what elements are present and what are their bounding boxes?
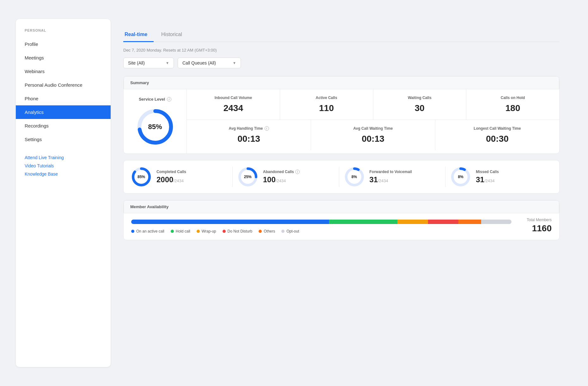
stat-value-waiting-calls: 30 (415, 103, 425, 113)
availability-segment-on-active-call (131, 220, 329, 224)
site-filter[interactable]: Site (All) ▼ (123, 58, 174, 68)
sidebar-item-personal-audio-conference[interactable]: Personal Audio Conference (16, 78, 111, 92)
stats-grid: Inbound Call Volume 2434 Active Calls 11… (187, 89, 559, 153)
sidebar-item-meetings[interactable]: Meetings (16, 51, 111, 65)
legend-dot-opt-out (281, 230, 285, 233)
tab-realtime[interactable]: Real-time (123, 28, 154, 42)
sidebar-link-attend-live-training[interactable]: Attend Live Training (25, 155, 102, 160)
stat-cell-longest-call-waiting-time: Longest Call Waiting Time 00:30 (435, 120, 559, 150)
call-stat-total-forwarded-to-voicemail: /2434 (378, 178, 388, 183)
service-level-card: Service Level i 85% (124, 89, 187, 153)
summary-section: Summary Service Level i 85% (123, 76, 560, 154)
stat-label-longest-call-waiting-time: Longest Call Waiting Time (474, 126, 521, 131)
call-stat-info-icon: i (295, 170, 300, 174)
stat-cell-avg-handling-time: Avg Handling Timei 00:13 (187, 120, 311, 150)
summary-inner: Service Level i 85% Inbound Call Volume … (124, 89, 559, 153)
tabs-bar: Real-timeHistorical (123, 28, 560, 42)
call-queues-filter[interactable]: Call Queues (All) ▼ (178, 58, 241, 68)
availability-section: Member Availability On an active call Ho… (123, 200, 560, 240)
call-stat-info-completed-calls: Completed Calls 2000/2434 (156, 170, 186, 184)
sidebar-item-phone[interactable]: Phone (16, 92, 111, 105)
call-stat-name-missed-calls: Missed Calls (476, 170, 499, 174)
stat-value-avg-handling-time: 00:13 (237, 134, 260, 144)
legend-item-hold-call: Hold call (171, 229, 190, 233)
call-stat-value-forwarded-to-voicemail: 31/2434 (370, 175, 412, 184)
sidebar-item-webinars[interactable]: Webinars (16, 65, 111, 78)
site-filter-label: Site (All) (128, 60, 145, 65)
small-donut-abandoned-calls: 25% (238, 167, 258, 187)
legend-item-opt-out: Opt-out (281, 229, 299, 233)
call-stat-total-missed-calls: /2434 (484, 178, 495, 183)
legend-label-on-active-call: On an active call (136, 229, 164, 233)
stat-label-active-calls: Active Calls (316, 96, 337, 100)
sidebar-item-recordings[interactable]: Recordings (16, 119, 111, 133)
availability-bar (131, 220, 511, 224)
call-stat-item-completed-calls: 85% Completed Calls 2000/2434 (131, 167, 233, 187)
availability-inner: On an active call Hold call Wrap-up Do N… (124, 213, 559, 240)
stat-cell-inbound-call-volume: Inbound Call Volume 2434 (187, 89, 280, 120)
call-stat-item-missed-calls: 8% Missed Calls 31/2434 (445, 167, 552, 187)
call-stat-info-missed-calls: Missed Calls 31/2434 (476, 170, 499, 184)
stat-value-inbound-call-volume: 2434 (224, 103, 243, 113)
legend-label-others: Others (264, 229, 275, 233)
main-content: Real-timeHistorical Dec 7, 2020 Monday. … (111, 19, 572, 367)
stat-info-icon: i (265, 126, 269, 131)
sidebar-link-video-tutorials[interactable]: Video Tutorials (25, 163, 102, 168)
legend-label-hold-call: Hold call (176, 229, 190, 233)
sidebar-section-label: PERSONAL (16, 28, 111, 37)
stat-cell-calls-on-hold: Calls on Hold 180 (466, 89, 559, 120)
call-stat-name-abandoned-calls: Abandoned Callsi (263, 170, 300, 174)
site-filter-chevron: ▼ (166, 61, 169, 65)
small-donut-forwarded-to-voicemail: 8% (344, 167, 364, 187)
small-donut-label-forwarded-to-voicemail: 8% (352, 175, 357, 179)
sidebar-item-analytics[interactable]: Analytics (16, 105, 111, 119)
availability-bar-section: On an active call Hold call Wrap-up Do N… (124, 213, 519, 240)
small-donut-label-missed-calls: 8% (458, 175, 463, 179)
date-info: Dec 7, 2020 Monday. Resets at 12 AM (GMT… (123, 48, 560, 53)
call-queues-filter-chevron: ▼ (233, 61, 236, 65)
availability-legend: On an active call Hold call Wrap-up Do N… (131, 229, 511, 233)
outer-container: PERSONAL ProfileMeetingsWebinarsPersonal… (16, 19, 572, 367)
legend-label-wrap-up: Wrap-up (202, 229, 216, 233)
stat-cell-waiting-calls: Waiting Calls 30 (373, 89, 467, 120)
call-queues-filter-label: Call Queues (All) (182, 60, 216, 65)
legend-dot-others (259, 230, 262, 233)
legend-item-others: Others (259, 229, 275, 233)
stat-value-active-calls: 110 (319, 103, 334, 113)
sidebar-item-settings[interactable]: Settings (16, 133, 111, 146)
call-stat-name-forwarded-to-voicemail: Forwarded to Voicemail (370, 170, 412, 174)
call-stats-card: 85% Completed Calls 2000/2434 25% Abando… (123, 160, 560, 194)
sidebar: PERSONAL ProfileMeetingsWebinarsPersonal… (16, 19, 111, 367)
service-level-info-icon: i (167, 97, 171, 102)
sidebar-link-knowledge-base[interactable]: Knowledge Base (25, 171, 102, 177)
legend-label-opt-out: Opt-out (286, 229, 299, 233)
sidebar-item-profile[interactable]: Profile (16, 37, 111, 51)
call-stat-value-missed-calls: 31/2434 (476, 175, 499, 184)
legend-dot-wrap-up (197, 230, 200, 233)
filters: Site (All) ▼ Call Queues (All) ▼ (123, 58, 560, 68)
service-level-donut: 85% (136, 108, 174, 146)
sidebar-nav: ProfileMeetingsWebinarsPersonal Audio Co… (16, 37, 111, 146)
call-stat-info-forwarded-to-voicemail: Forwarded to Voicemail 31/2434 (370, 170, 412, 184)
legend-label-do-not-disturb: Do Not Disturb (228, 229, 253, 233)
stat-label-avg-call-waiting-time: Avg Call Waiting Time (353, 126, 393, 131)
legend-item-on-active-call: On an active call (131, 229, 164, 233)
call-stat-value-abandoned-calls: 100/2434 (263, 175, 300, 184)
stat-cell-active-calls: Active Calls 110 (280, 89, 373, 120)
stats-row-2: Avg Handling Timei 00:13 Avg Call Waitin… (187, 120, 559, 150)
tab-historical[interactable]: Historical (160, 28, 188, 42)
call-stat-name-completed-calls: Completed Calls (156, 170, 186, 174)
stat-label-avg-handling-time: Avg Handling Timei (229, 126, 269, 131)
call-stat-item-abandoned-calls: 25% Abandoned Callsi 100/2434 (233, 167, 339, 187)
availability-total: Total Members 1160 (519, 213, 559, 240)
availability-segment-hold-call (329, 220, 398, 224)
stat-label-calls-on-hold: Calls on Hold (501, 96, 525, 100)
small-donut-label-completed-calls: 85% (138, 175, 145, 179)
stat-value-avg-call-waiting-time: 00:13 (362, 134, 384, 144)
total-members-value: 1160 (527, 223, 552, 233)
call-stat-item-forwarded-to-voicemail: 8% Forwarded to Voicemail 31/2434 (339, 167, 446, 187)
availability-segment-opt-out (481, 220, 511, 224)
availability-segment-wrap-up (397, 220, 428, 224)
call-stat-total-completed-calls: /2434 (173, 178, 184, 183)
summary-section-label: Summary (124, 76, 559, 89)
